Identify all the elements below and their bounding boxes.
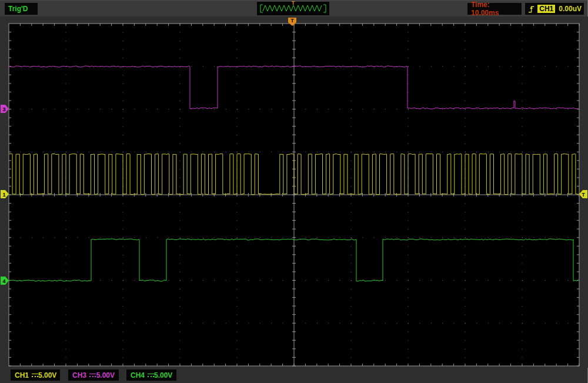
svg-text:3: 3 (2, 106, 5, 112)
ch1-volts-per-div: 5.00V (38, 371, 56, 379)
acquisition-preview[interactable]: T (257, 2, 329, 15)
ch1-readout[interactable]: CH1 5.00V (11, 369, 60, 381)
trace-ch1 (9, 154, 579, 194)
trigger-readout[interactable]: CH1 0.00uV (525, 3, 584, 15)
ch3-dc-coupling-icon (89, 373, 90, 378)
oscilloscope-window: 314TT Trig'D T Time: 10.00ms CH1 0.00uV … (0, 0, 588, 383)
trigger-edge-icon (527, 4, 535, 14)
ch4-label: CH4 (131, 371, 145, 379)
top-status-bar: Trig'D T Time: 10.00ms CH1 0.00uV (0, 0, 587, 16)
svg-text:T: T (582, 192, 585, 198)
svg-text:1: 1 (2, 192, 5, 198)
svg-text:T: T (290, 18, 294, 24)
trigger-source-badge: CH1 (537, 5, 555, 13)
preview-trigger-position-icon: T (292, 1, 295, 6)
ch3-volts-per-div: 5.00V (96, 371, 115, 379)
ch3-label: CH3 (72, 371, 86, 379)
ch1-label: CH1 (15, 371, 29, 379)
svg-text:4: 4 (2, 278, 5, 284)
ch4-volts-per-div: 5.00V (154, 371, 172, 379)
bottom-status-bar: CH1 5.00V CH3 5.00V CH4 5.00V (0, 368, 587, 383)
timebase-readout[interactable]: Time: 10.00ms (467, 3, 522, 15)
ch4-readout[interactable]: CH4 5.00V (126, 369, 176, 381)
ch3-readout[interactable]: CH3 5.00V (68, 369, 119, 381)
waveform-display-area: 314TT (0, 0, 588, 383)
trigger-status-text: Trig'D (8, 5, 28, 13)
trigger-status-readout: Trig'D (5, 3, 38, 15)
timebase-text: Time: 10.00ms (471, 1, 518, 17)
trigger-level-value: 0.00uV (559, 5, 582, 13)
